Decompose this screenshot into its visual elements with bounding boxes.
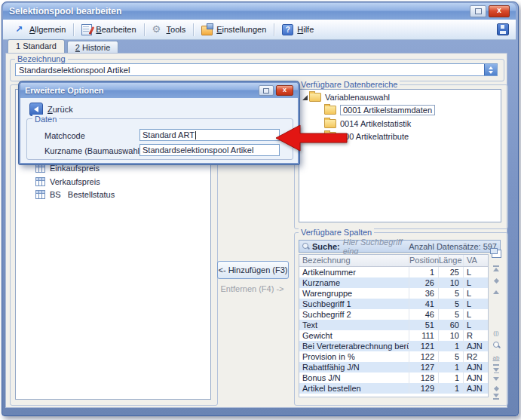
table-cell: AJN — [464, 383, 488, 394]
table-cell: 128 — [409, 372, 439, 383]
column-header-bezeichnung[interactable]: Bezeichnung — [299, 255, 409, 266]
column-header-va[interactable]: VA — [464, 255, 488, 266]
column-header-position[interactable]: Position — [409, 255, 439, 266]
help-icon — [282, 24, 293, 35]
table-row[interactable]: Artikelnummer125L — [299, 267, 488, 277]
table-cell: L — [464, 267, 488, 277]
go-previous-icon[interactable] — [490, 287, 502, 296]
restore-button[interactable] — [470, 5, 486, 17]
table-cell: 1 — [439, 372, 464, 383]
table-cell: 10 — [439, 277, 464, 288]
gears-icon — [152, 24, 163, 35]
settings-icon — [201, 26, 213, 35]
kurzname-label: Kurzname (Baumauswahl) — [44, 146, 143, 155]
remove-button-disabled[interactable]: Entfernen (F4) -> — [217, 284, 287, 293]
search-icon — [302, 243, 309, 250]
go-next-icon[interactable] — [490, 374, 502, 383]
grid-navigator — [490, 249, 502, 400]
grid-search-icon[interactable] — [490, 340, 502, 349]
table-cell: Gewicht — [299, 330, 409, 341]
toolbar: Allgemein Bearbeiten Tools Einstellungen… — [3, 20, 516, 40]
table-cell: 60 — [439, 320, 464, 330]
toolbar-label: Tools — [167, 25, 186, 34]
datenbereiche-group-label: Verfügbare Datenbereiche — [299, 81, 400, 89]
table-cell: 26 — [409, 277, 439, 288]
table-cell: L — [464, 288, 488, 299]
columns-table: Bezeichnung Position Länge VA Artikelnum… — [299, 254, 489, 397]
go-first-icon[interactable] — [490, 264, 502, 273]
tree-item-artikelstammdaten[interactable]: 0001 Artikelstammdaten — [324, 104, 435, 115]
close-button[interactable] — [489, 5, 510, 17]
chevron-down-icon — [489, 71, 493, 74]
matchcode-input[interactable]: Standard ART — [139, 129, 280, 141]
save-button[interactable] — [497, 23, 509, 35]
tree-expand-caret-icon[interactable] — [302, 95, 308, 100]
table-row[interactable]: Kurzname2610L — [299, 277, 488, 288]
table-row[interactable]: Provision in %1225R2 — [299, 351, 488, 362]
table-cell: Suchbegriff 1 — [299, 299, 409, 309]
table-cell: Warengruppe — [299, 288, 409, 299]
window-title: Selektionspool bearbeiten — [9, 6, 467, 17]
list-item[interactable]: Verkaufspreis — [35, 176, 100, 188]
list-item-label: Einkaufspreis — [50, 164, 100, 173]
combobox-spinner-button[interactable] — [484, 64, 497, 75]
tree-root-variablenauswahl[interactable]: Variablenauswahl — [309, 91, 390, 103]
table-row[interactable]: Bei Vertreterabrechnung berücksichtige12… — [299, 341, 488, 351]
table-cell: 122 — [409, 351, 439, 362]
table-cell: AJN — [464, 341, 488, 351]
tab-historie[interactable]: 2 Historie — [67, 41, 118, 53]
kurzname-value: Standardselektionspool Artikel — [143, 146, 253, 155]
table-row[interactable]: Suchbegriff 2465L — [299, 309, 488, 320]
dialog-close-button[interactable] — [276, 85, 293, 96]
table-row[interactable]: Artikel bestellen1291AJN — [299, 383, 488, 394]
column-chooser-icon[interactable] — [490, 249, 502, 258]
toolbar-button-bearbeiten[interactable]: Bearbeiten — [76, 23, 141, 37]
tab-standard[interactable]: 1 Standard — [8, 39, 65, 53]
table-cell: R2 — [464, 351, 488, 362]
table-row[interactable]: Warengruppe365L — [299, 288, 488, 299]
table-cell: 1 — [439, 362, 464, 372]
kurzname-input[interactable]: Standardselektionspool Artikel — [139, 144, 280, 156]
search-bar[interactable]: Suche: Hier Suchbegriff eing Anzahl Date… — [299, 240, 501, 253]
notepad-icon — [81, 24, 92, 35]
add-button[interactable]: <- Hinzufügen (F3) — [217, 261, 289, 279]
table-row[interactable]: Suchbegriff 1415L — [299, 299, 488, 309]
toolbar-label: Hilfe — [297, 25, 314, 34]
table-cell: 5 — [439, 288, 464, 299]
bezeichnung-combobox[interactable]: Standardselektionspool Artikel — [15, 63, 498, 76]
table-cell: 41 — [409, 299, 439, 309]
table-cell: 127 — [409, 362, 439, 372]
table-cell: 10 — [439, 330, 464, 341]
show-groups-icon[interactable] — [490, 328, 502, 337]
table-cell: 121 — [409, 341, 439, 351]
table-row[interactable]: Text5160L — [299, 320, 488, 330]
title-bar: Selektionspool bearbeiten — [3, 3, 516, 20]
table-header-row: Bezeichnung Position Länge VA — [299, 255, 488, 267]
toolbar-button-tools[interactable]: Tools — [147, 23, 192, 36]
table-cell: 5 — [439, 351, 464, 362]
table-cell: 1 — [409, 267, 439, 277]
matchcode-label: Matchcode — [44, 131, 85, 140]
move-up-icon[interactable] — [490, 276, 502, 285]
table-row[interactable]: Bonus J/N1281AJN — [299, 372, 488, 383]
table-cell: 5 — [439, 299, 464, 309]
list-item[interactable]: BS Bestellstatus — [35, 189, 115, 201]
list-item-label: Verkaufspreis — [50, 177, 100, 186]
table-row[interactable]: Rabattfähig J/N1271AJN — [299, 362, 488, 372]
table-cell: R — [464, 330, 488, 341]
toolbar-button-einstellungen[interactable]: Einstellungen — [196, 23, 271, 37]
chevron-up-icon — [489, 66, 493, 69]
table-row[interactable]: Gewicht11110R — [299, 330, 488, 341]
table-column-icon — [35, 164, 45, 173]
toolbar-button-hilfe[interactable]: Hilfe — [277, 23, 319, 37]
back-button-label: Zurück — [48, 105, 73, 114]
folder-icon — [324, 106, 336, 115]
table-cell: 1 — [439, 341, 464, 351]
erweiterte-optionen-dialog: Erweiterte Optionen Zurück Daten Matchco… — [19, 81, 299, 164]
spalten-group-label: Verfügbare Spalten — [299, 228, 374, 237]
go-last-icon[interactable] — [490, 392, 502, 401]
table-cell: 25 — [439, 267, 464, 277]
dialog-restore-button[interactable] — [259, 85, 274, 96]
toolbar-button-allgemein[interactable]: Allgemein — [10, 23, 71, 36]
column-header-laenge[interactable]: Länge — [439, 255, 464, 266]
